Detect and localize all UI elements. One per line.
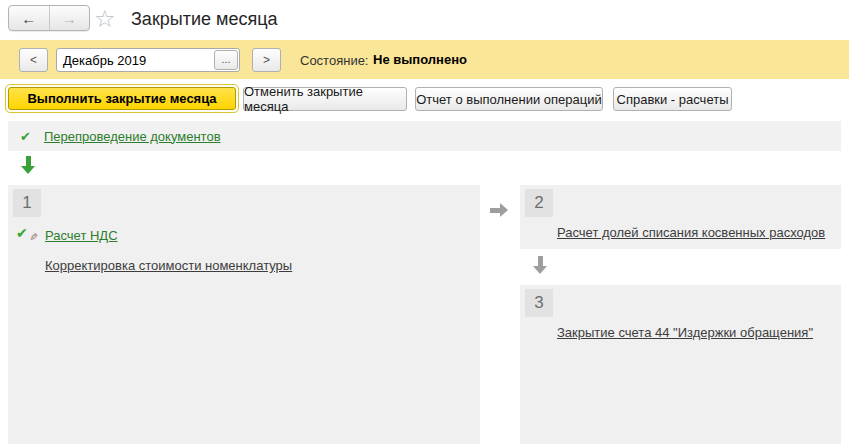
history-nav: ← → <box>8 5 90 31</box>
perform-closing-button[interactable]: Выполнить закрытие месяца <box>8 87 236 110</box>
flow-arrow-right-icon <box>490 203 508 217</box>
operation-row: ✔ ✎ Расчет НДС <box>45 226 118 244</box>
stage-1-panel: 1 ✔ ✎ Расчет НДС Корректировка стоимости… <box>8 185 480 444</box>
calc-references-button[interactable]: Справки - расчеты <box>613 87 732 111</box>
page-title: Закрытие месяца <box>131 9 277 30</box>
back-arrow-icon[interactable]: ← <box>9 6 50 30</box>
vat-calculation-link[interactable]: Расчет НДС <box>45 228 118 243</box>
perform-closing-button-frame: Выполнить закрытие месяца <box>5 84 239 113</box>
stage-2-number: 2 <box>525 189 553 217</box>
account-44-closing-link[interactable]: Закрытие счета 44 "Издержки обращения" <box>557 325 813 340</box>
stage-1-number: 1 <box>13 189 41 217</box>
pencil-icon: ✎ <box>25 233 41 241</box>
period-select-button[interactable]: ... <box>214 50 238 70</box>
reposting-row: ✔ Перепроведение документов <box>8 121 841 151</box>
actions-toolbar: Выполнить закрытие месяца Отменить закры… <box>0 84 849 114</box>
stage-2-panel: 2 Расчет долей списания косвенных расход… <box>520 185 841 249</box>
forward-arrow-icon[interactable]: → <box>50 6 90 30</box>
operation-row: Расчет долей списания косвенных расходов <box>557 223 825 241</box>
item-cost-adjustment-link[interactable]: Корректировка стоимости номенклатуры <box>45 258 292 273</box>
indirect-expenses-share-link[interactable]: Расчет долей списания косвенных расходов <box>557 225 825 240</box>
next-period-button[interactable]: > <box>252 48 281 72</box>
status-value: Не выполнено <box>373 52 467 67</box>
period-field[interactable]: Декабрь 2019 ... <box>56 48 240 72</box>
flow-arrow-down-gray-icon <box>533 256 547 274</box>
prev-period-button[interactable]: < <box>19 48 48 72</box>
stage-3-panel: 3 Закрытие счета 44 "Издержки обращения" <box>520 285 841 444</box>
operation-row: Закрытие счета 44 "Издержки обращения" <box>557 323 813 341</box>
window-header: ← → ☆ Закрытие месяца <box>0 0 849 40</box>
period-value[interactable]: Декабрь 2019 <box>57 53 214 68</box>
operations-report-button[interactable]: Отчет о выполнении операций <box>415 87 603 111</box>
operation-row: Корректировка стоимости номенклатуры <box>45 256 292 274</box>
favorite-star-icon[interactable]: ☆ <box>94 3 116 35</box>
stage-3-number: 3 <box>525 289 553 317</box>
done-check-icon: ✔ <box>20 129 31 144</box>
cancel-closing-button[interactable]: Отменить закрытие месяца <box>243 87 407 111</box>
reposting-documents-link[interactable]: Перепроведение документов <box>44 129 221 144</box>
status-label: Состояние: <box>300 53 368 68</box>
flow-arrow-down-green-icon <box>21 156 35 174</box>
done-edited-check-icon: ✔ ✎ <box>16 225 36 241</box>
